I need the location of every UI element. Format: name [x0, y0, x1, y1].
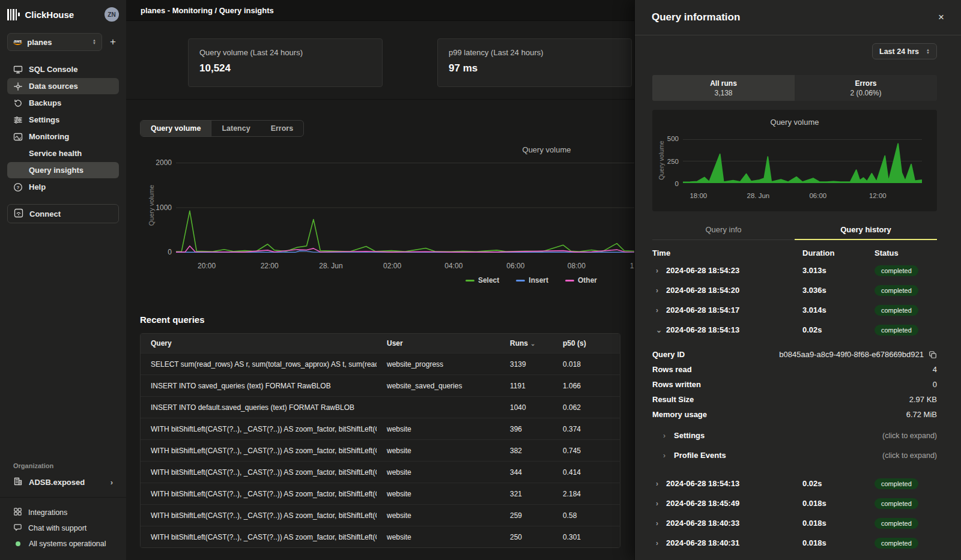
chart-title: Query volume — [652, 118, 937, 127]
query-history-row[interactable]: ›2024-06-28 18:40:33 0.018s completed — [652, 513, 937, 533]
column-header-runs[interactable]: Runs⌄ — [500, 339, 553, 348]
sidebar-item-monitoring[interactable]: Monitoring — [7, 128, 119, 145]
panel-tabs: Query info Query history — [652, 221, 937, 240]
query-history-row[interactable]: ›2024-06-28 18:54:20 3.036s completed — [652, 280, 937, 300]
panel-tab[interactable]: Query history — [795, 221, 937, 240]
expand-chevron-icon[interactable]: ⌄ — [656, 326, 661, 334]
integrations-icon — [13, 507, 22, 518]
cell-runs: 396 — [500, 425, 553, 433]
expand-chevron-icon[interactable]: › — [656, 519, 661, 528]
cell-user: website — [377, 468, 500, 477]
system-status[interactable]: All systems operational — [7, 536, 119, 552]
legend-swatch-icon — [516, 280, 525, 282]
query-volume-chart: Query volume 200010000 Query volume 20:0… — [126, 144, 634, 288]
column-header-user: User — [377, 339, 500, 348]
cell-query: WITH bitShiftLeft(CAST(?..), _CAST(?..))… — [141, 511, 377, 520]
avatar[interactable]: ZN — [105, 7, 119, 22]
column-header-duration: Duration — [802, 248, 875, 257]
expand-chevron-icon[interactable]: › — [656, 480, 661, 488]
query-history-row[interactable]: ›2024-06-28 18:54:23 3.013s completed — [652, 260, 937, 280]
table-row[interactable]: INSERT INTO saved_queries (text) FORMAT … — [141, 375, 620, 396]
status-dot-icon — [16, 541, 20, 546]
column-header-status: Status — [875, 248, 937, 257]
table-row[interactable]: WITH bitShiftLeft(CAST(?..), _CAST(?..))… — [141, 418, 620, 439]
status-badge: completed — [875, 265, 918, 276]
sidebar-item-settings[interactable]: Settings — [7, 112, 119, 128]
time-range-select[interactable]: Last 24 hrs ▲▼ — [872, 43, 937, 59]
sidebar-item-data-sources[interactable]: Data sources — [7, 78, 119, 94]
expand-chevron-icon: › — [663, 432, 668, 440]
status-badge: completed — [875, 498, 918, 509]
chart-tab[interactable]: Query volume — [141, 121, 211, 136]
legend-item[interactable]: Insert — [516, 276, 548, 285]
chart-tab[interactable]: Latency — [211, 121, 260, 136]
cell-runs: 382 — [500, 447, 553, 455]
expandable-row[interactable]: › Profile Events (click to expand) — [652, 445, 937, 465]
expand-chevron-icon[interactable]: › — [656, 539, 661, 547]
sidebar-item-query-insights[interactable]: Query insights — [7, 162, 119, 178]
detail-value: 6.72 MiB — [906, 410, 937, 419]
chevron-right-icon: › — [111, 478, 113, 487]
table-row[interactable]: SELECT sum(read_rows) AS r, sum(total_ro… — [141, 353, 620, 375]
close-icon[interactable]: × — [938, 11, 944, 23]
column-header-time: Time — [652, 248, 802, 257]
sidebar-item-service-health[interactable]: Service health — [7, 145, 119, 161]
panel-tab[interactable]: Query info — [652, 221, 795, 240]
expandable-row[interactable]: › Settings (click to expand) — [652, 426, 937, 445]
chart-tab[interactable]: Errors — [261, 121, 304, 136]
expand-chevron-icon[interactable]: › — [656, 286, 661, 295]
query-time: 2024-06-28 18:54:13 — [666, 479, 739, 488]
expandable-label: Profile Events — [674, 451, 726, 460]
x-axis-labels: 20:0022:0028. Jun02:0004:0006:0008:001 — [176, 257, 634, 268]
sidebar-item-sql-console[interactable]: SQL Console — [7, 61, 119, 77]
query-history-row[interactable]: ⌄2024-06-28 18:54:13 0.02s completed — [652, 320, 937, 340]
x-axis-tick: 1 — [630, 262, 634, 270]
table-header: Query User Runs⌄ p50 (s) — [141, 334, 620, 353]
table-row[interactable]: WITH bitShiftLeft(CAST(?..), _CAST(?..))… — [141, 439, 620, 461]
query-history-row[interactable]: ›2024-06-28 18:40:31 0.018s completed — [652, 533, 937, 553]
query-history-row[interactable]: ›2024-06-28 18:54:13 0.02s completed — [652, 474, 937, 493]
legend-item[interactable]: Other — [565, 276, 597, 285]
query-history-row[interactable]: ›2024-06-28 18:45:49 0.018s completed — [652, 493, 937, 513]
service-selector[interactable]: aws planes ▲▼ — [7, 33, 102, 51]
cell-p50: 1.066 — [553, 382, 620, 390]
table-row[interactable]: WITH bitShiftLeft(CAST(?..), _CAST(?..))… — [141, 483, 620, 504]
query-time: 2024-06-28 18:54:13 — [666, 325, 739, 334]
segment-button[interactable]: Errors 2 (0.06%) — [795, 75, 937, 101]
sidebar-item-backups[interactable]: Backups — [7, 95, 119, 111]
copy-icon[interactable] — [929, 351, 937, 359]
expand-chevron-icon[interactable]: › — [656, 266, 661, 275]
legend-item[interactable]: Select — [465, 276, 499, 285]
sidebar-item-help[interactable]: ? Help — [7, 179, 119, 195]
table-row[interactable]: INSERT INTO default.saved_queries (text)… — [141, 396, 620, 418]
table-row[interactable]: WITH bitShiftLeft(CAST(?..), _CAST(?..))… — [141, 504, 620, 526]
query-history-row[interactable]: ›2024-06-28 18:54:17 3.014s completed — [652, 300, 937, 320]
table-row[interactable]: WITH bitShiftLeft(CAST(?..), _CAST(?..))… — [141, 526, 620, 547]
cell-p50: 0.58 — [553, 511, 620, 520]
expand-hint: (click to expand) — [882, 451, 937, 460]
cell-user: website — [377, 447, 500, 455]
cell-query: WITH bitShiftLeft(CAST(?..), _CAST(?..))… — [141, 447, 377, 455]
connect-button[interactable]: Connect — [7, 204, 119, 223]
chat-support-link[interactable]: Chat with support — [7, 520, 119, 536]
y-axis-title: Query volume — [658, 140, 665, 179]
expand-chevron-icon[interactable]: › — [656, 306, 661, 315]
x-axis-tick: 28. Jun — [747, 192, 769, 199]
cell-query: WITH bitShiftLeft(CAST(?..), _CAST(?..))… — [141, 490, 377, 498]
query-time: 2024-06-28 18:54:23 — [666, 266, 739, 275]
chevron-updown-icon: ▲▼ — [92, 39, 96, 45]
cell-p50: 0.374 — [553, 425, 620, 433]
status-badge: completed — [875, 325, 918, 336]
organization-selector[interactable]: ADSB.exposed › — [7, 474, 119, 490]
segment-button[interactable]: All runs 3,138 — [652, 75, 795, 101]
detail-row: Rows written 0 — [652, 377, 937, 392]
table-row[interactable]: WITH bitShiftLeft(CAST(?..), _CAST(?..))… — [141, 461, 620, 483]
add-service-button[interactable]: + — [107, 36, 119, 48]
query-duration: 3.013s — [802, 266, 875, 275]
query-time: 2024-06-28 18:45:49 — [666, 499, 739, 508]
chart-plot — [683, 139, 922, 183]
expand-chevron-icon[interactable]: › — [656, 499, 661, 508]
integrations-link[interactable]: Integrations — [7, 505, 119, 520]
cell-p50: 0.301 — [553, 533, 620, 541]
cell-user: website — [377, 490, 500, 498]
